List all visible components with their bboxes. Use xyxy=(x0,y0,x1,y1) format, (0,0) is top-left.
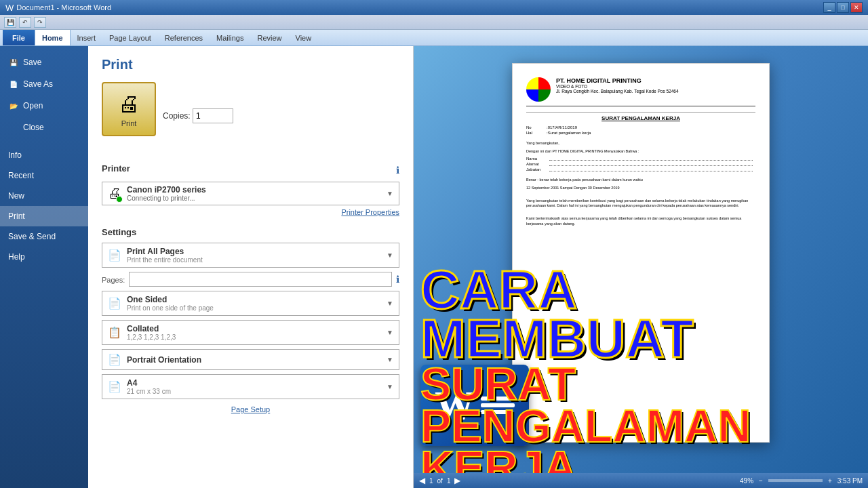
doc-kepada: Yang bersangkutan, xyxy=(526,141,755,146)
backstage-sidebar: 💾 Save 📄 Save As 📂 Open Close Info Recen… xyxy=(0,46,88,488)
sidebar-item-save[interactable]: 💾 Save xyxy=(0,52,88,73)
doc-nama-row: Nama xyxy=(526,157,755,161)
printer-dropdown[interactable]: 🖨 Canon iP2700 series Connecting to prin… xyxy=(102,182,399,205)
pages-info-icon[interactable]: ℹ xyxy=(396,274,399,285)
total-pages: 1 xyxy=(447,477,451,485)
printer-section-title: Printer xyxy=(102,163,130,174)
current-page: 1 xyxy=(429,477,433,485)
pages-dropdown-arrow: ▼ xyxy=(387,251,393,259)
orientation-dropdown-content: Portrait Orientation xyxy=(127,355,201,365)
sides-sub: Print on one side of the page xyxy=(127,304,214,312)
tab-page-layout[interactable]: Page Layout xyxy=(102,30,158,45)
pages-settings-icon: 📄 xyxy=(108,249,121,262)
orientation-dropdown[interactable]: 📄 Portrait Orientation ▼ xyxy=(102,349,399,370)
sidebar-item-open[interactable]: 📂 Open xyxy=(0,95,88,117)
tab-mailings[interactable]: Mailings xyxy=(210,30,250,45)
page-nav: ◀ 1 of 1 ▶ xyxy=(419,476,460,485)
sidebar-item-recent[interactable]: Recent xyxy=(0,165,88,186)
prev-page-button[interactable]: ◀ xyxy=(419,476,425,485)
word-line-1 xyxy=(481,396,515,401)
tab-file[interactable]: File xyxy=(3,30,35,45)
pages-dropdown[interactable]: 📄 Print All Pages Print the entire docum… xyxy=(102,243,399,268)
close-button[interactable]: ✕ xyxy=(850,2,863,13)
word-line-2 xyxy=(481,403,515,407)
tab-references[interactable]: References xyxy=(158,30,210,45)
copies-group: Copies: xyxy=(163,108,233,123)
document-paper: PT. HOME DIGITAL PRINTING VIDEO & FOTO J… xyxy=(512,63,770,443)
pages-sub: Print the entire document xyxy=(127,256,203,264)
of-label: of xyxy=(437,477,443,485)
sides-settings-icon: 📄 xyxy=(108,297,121,310)
doc-alamat-dots xyxy=(549,162,753,166)
sidebar-item-new[interactable]: New xyxy=(0,186,88,206)
print-panel: Print 🖨 Print Copies: Printer ℹ xyxy=(88,46,414,488)
undo-button[interactable]: ↶ xyxy=(19,17,31,28)
collated-dropdown-arrow: ▼ xyxy=(387,329,393,336)
doc-body5: Kami berterimakasih atas semua kerjasama… xyxy=(526,216,755,226)
sides-main: One Sided xyxy=(127,295,214,304)
printer-dropdown-arrow: ▼ xyxy=(387,190,393,197)
doc-hal-label: Hal xyxy=(526,131,547,135)
minimize-button[interactable]: _ xyxy=(823,2,835,13)
copies-label: Copies: xyxy=(163,111,191,121)
close-x-icon xyxy=(8,122,19,133)
sidebar-item-close[interactable]: Close xyxy=(0,117,88,138)
collated-sub: 1,2,3 1,2,3 1,2,3 xyxy=(127,333,176,341)
tab-review[interactable]: Review xyxy=(250,30,288,45)
sidebar-item-help[interactable]: Help xyxy=(0,247,88,267)
saveas-icon: 📄 xyxy=(8,79,19,89)
sides-dropdown-content: One Sided Print on one side of the page xyxy=(127,295,214,312)
redo-button[interactable]: ↷ xyxy=(34,17,46,28)
tab-view[interactable]: View xyxy=(289,30,319,45)
sides-dropdown[interactable]: 📄 One Sided Print on one side of the pag… xyxy=(102,291,399,316)
zoom-slider[interactable] xyxy=(768,479,823,482)
title-bar-controls: _ □ ✕ xyxy=(823,2,863,13)
zoom-percent: 49% xyxy=(740,477,753,485)
pages-input[interactable] xyxy=(129,272,392,287)
printer-properties-link[interactable]: Printer Properties xyxy=(102,208,399,216)
maximize-button[interactable]: □ xyxy=(837,2,849,13)
copies-row: 🖨 Print Copies: xyxy=(102,82,399,150)
sidebar-item-print[interactable]: Print xyxy=(0,206,88,226)
print-button[interactable]: 🖨 Print xyxy=(102,82,156,136)
quick-toolbar: 💾 ↶ ↷ xyxy=(0,15,868,30)
ribbon: File Home Insert Page Layout References … xyxy=(0,30,868,46)
pages-dropdown-text: 📄 Print All Pages Print the entire docum… xyxy=(108,247,203,264)
tab-home[interactable]: Home xyxy=(35,30,71,45)
status-right: 49% − + 3:53 PM xyxy=(740,477,863,485)
doc-hal-value: Surat pengalaman kerja xyxy=(548,131,591,135)
sidebar-item-saveas[interactable]: 📄 Save As xyxy=(0,73,88,95)
print-btn-label: Print xyxy=(121,119,137,127)
orientation-dropdown-arrow: ▼ xyxy=(387,356,393,363)
printer-status-dot xyxy=(116,196,123,203)
doc-body2: Benar - benar telah bekerja pada perusah… xyxy=(526,178,755,183)
sidebar-item-info[interactable]: Info xyxy=(0,145,88,165)
save-quick-button[interactable]: 💾 xyxy=(4,17,16,28)
doc-alamat-label: Alamat xyxy=(526,162,547,166)
word-logo-overlay: W xyxy=(420,365,529,446)
collated-dropdown[interactable]: 📋 Collated 1,2,3 1,2,3 1,2,3 ▼ xyxy=(102,320,399,345)
word-line-3 xyxy=(481,410,508,414)
title-bar: W Document1 - Microsoft Word _ □ ✕ xyxy=(0,0,868,15)
copies-input[interactable] xyxy=(193,108,233,123)
settings-section: Settings 📄 Print All Pages Print the ent… xyxy=(102,227,399,414)
pages-main: Print All Pages xyxy=(127,247,203,256)
doc-nama-dots xyxy=(549,157,753,161)
status-left: ◀ 1 of 1 ▶ xyxy=(419,476,460,485)
paper-dropdown[interactable]: 📄 A4 21 cm x 33 cm ▼ xyxy=(102,374,399,399)
printer-info-icon[interactable]: ℹ xyxy=(396,165,399,176)
page-setup-link[interactable]: Page Setup xyxy=(231,405,271,413)
company-sub: VIDEO & FOTO xyxy=(556,84,679,89)
sidebar-item-save-send[interactable]: Save & Send xyxy=(0,226,88,247)
tab-insert[interactable]: Insert xyxy=(71,30,103,45)
company-address: Jl. Raya Cengkih Kec. Balapulang Kab. Te… xyxy=(556,89,679,94)
paper-main: A4 xyxy=(127,378,171,388)
zoom-out-button[interactable]: − xyxy=(759,477,763,485)
collated-main: Collated xyxy=(127,324,176,333)
paper-dropdown-content: A4 21 cm x 33 cm xyxy=(127,378,171,395)
next-page-button[interactable]: ▶ xyxy=(454,476,460,485)
doc-no-row: No : 017/AR/11/2019 xyxy=(526,125,755,129)
zoom-in-button[interactable]: + xyxy=(828,477,832,485)
preview-container: PT. HOME DIGITAL PRINTING VIDEO & FOTO J… xyxy=(414,46,868,488)
clock: 3:53 PM xyxy=(837,477,863,485)
